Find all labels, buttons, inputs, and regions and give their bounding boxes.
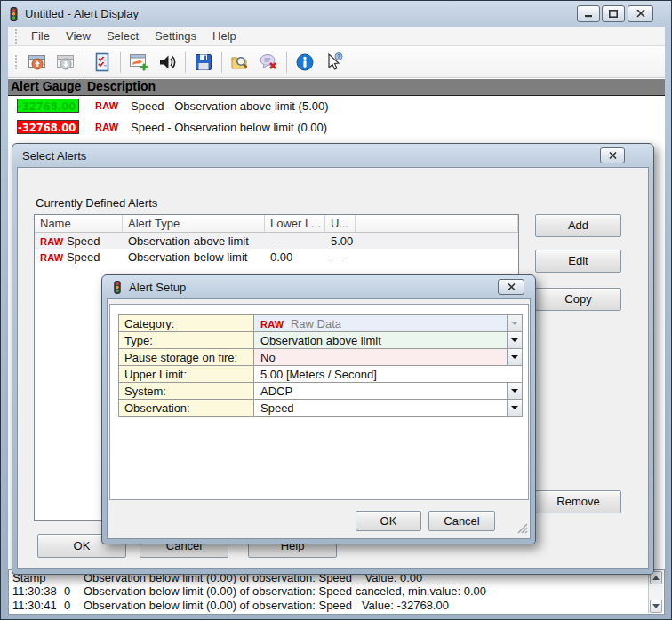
alert-display-window: Untitled - Alert Display File View Selec… (0, 0, 672, 620)
scroll-down-icon[interactable] (650, 600, 662, 613)
dropdown-icon[interactable] (507, 383, 522, 399)
toolbar-separator (84, 52, 84, 73)
find-icon[interactable] (226, 49, 254, 76)
form-row-category: Category: RAW Raw Data (119, 315, 522, 332)
raw-badge: RAW (40, 252, 63, 263)
column-lower-limit[interactable]: Lower L... (265, 215, 325, 232)
window-title: Untitled - Alert Display (25, 7, 139, 20)
field-label: System: (119, 383, 254, 399)
close-icon[interactable] (498, 279, 524, 295)
field-label: Observation: (119, 400, 254, 416)
column-upper-limit[interactable]: U... (325, 215, 356, 232)
new-alert-window-icon[interactable] (124, 49, 153, 76)
context-help-icon[interactable]: ? (319, 49, 348, 76)
alert-checklist-icon[interactable] (88, 49, 116, 76)
alert-gauge-value: -32768.00 (17, 99, 79, 113)
alert-name: Speed (67, 250, 100, 264)
alert-setup-body: Category: RAW Raw Data Type: Observation… (107, 298, 531, 539)
observation-combobox[interactable]: Speed (254, 400, 522, 416)
resize-grip[interactable] (517, 523, 528, 537)
save-icon[interactable] (189, 49, 218, 76)
traffic-light-icon (112, 281, 123, 294)
menu-help[interactable]: Help (204, 28, 244, 45)
field-value: Speed (260, 401, 294, 415)
toolbar-separator (286, 52, 287, 73)
raw-badge: RAW (40, 236, 63, 247)
form-row-pause-storage: Pause storage on fire: No (119, 349, 522, 366)
remove-button[interactable]: Remove (535, 490, 621, 513)
menubar-grip (15, 29, 18, 44)
field-value: Observation above limit (260, 334, 381, 347)
traffic-light-icon (8, 7, 20, 21)
cancel-button[interactable]: Cancel (428, 511, 495, 531)
alert-setup-titlebar: Alert Setup (102, 275, 535, 298)
alert-type: Observation above limit (123, 234, 265, 248)
alert-gauge-value: -32768.00 (17, 120, 79, 134)
lower-alert-window-icon[interactable] (52, 49, 80, 76)
dropdown-icon[interactable] (507, 332, 522, 348)
category-combobox[interactable]: RAW Raw Data (254, 315, 522, 331)
add-button[interactable]: Add (535, 214, 621, 237)
pause-storage-combobox[interactable]: No (254, 349, 522, 365)
alert-row[interactable]: -32768.00 RAW Speed - Observation below … (8, 118, 665, 136)
form-panel: Category: RAW Raw Data Type: Observation… (109, 304, 529, 500)
field-label: Upper Limit: (119, 366, 254, 382)
close-icon[interactable] (600, 147, 625, 163)
field-label: Category: (119, 315, 254, 331)
dropdown-icon[interactable] (507, 400, 522, 416)
alert-description: Speed - Observation above limit (5.00) (131, 99, 329, 113)
copy-button[interactable]: Copy (535, 288, 621, 311)
upper-limit: 5.00 (325, 234, 356, 248)
lower-limit: — (265, 234, 325, 248)
field-value: ADCP (260, 385, 292, 398)
alert-setup-form: Category: RAW Raw Data Type: Observation… (118, 314, 523, 417)
dropdown-disabled-icon (507, 315, 522, 331)
ok-button[interactable]: OK (356, 511, 421, 531)
raw-badge: RAW (260, 319, 284, 330)
upper-limit-input[interactable]: 5.00 [Meters / Second] (254, 366, 522, 382)
type-combobox[interactable]: Observation above limit (254, 332, 522, 348)
field-value: No (260, 351, 276, 364)
maximize-button[interactable] (602, 5, 625, 22)
menu-file[interactable]: File (23, 28, 58, 45)
section-label: Currently Defined Alerts (36, 196, 157, 210)
close-button[interactable] (628, 5, 653, 22)
column-name[interactable]: Name (35, 215, 123, 232)
table-row[interactable]: RAW Speed Observation below limit 0.00 — (35, 249, 518, 265)
menu-bar: File View Select Settings Help (8, 27, 665, 46)
column-alert-type[interactable]: Alert Type (123, 215, 265, 232)
log-scrollbar[interactable] (648, 571, 663, 613)
log-code: 0 (59, 584, 84, 598)
toolbar: ? (8, 46, 665, 78)
log-message: Observation below limit (0.00) of observ… (84, 584, 631, 598)
column-filler (356, 215, 518, 232)
alert-row[interactable]: -32768.00 RAW Speed - Observation above … (8, 97, 665, 115)
alert-setup-dialog: Alert Setup Category: RAW Raw Data (101, 274, 536, 544)
log-code: 0 (59, 599, 84, 612)
log-line: 11:30:38 0 Observation below limit (0.00… (9, 584, 631, 598)
delete-comment-icon[interactable] (254, 49, 283, 76)
log-message: Observation below limit (0.00) of observ… (84, 599, 631, 612)
system-combobox[interactable]: ADCP (254, 383, 522, 399)
table-row[interactable]: RAW Speed Observation above limit — 5.00 (35, 233, 518, 249)
menu-view[interactable]: View (58, 28, 99, 45)
raise-alert-window-icon[interactable] (23, 49, 52, 76)
raw-badge: RAW (95, 122, 127, 132)
column-alert-gauge[interactable]: Alert Gauge (8, 79, 84, 95)
menu-select[interactable]: Select (99, 28, 147, 45)
dialog-title: Select Alerts (22, 149, 86, 163)
minimize-button[interactable] (577, 5, 600, 22)
dropdown-icon[interactable] (507, 349, 522, 365)
field-label: Pause storage on fire: (119, 349, 254, 365)
alert-name: Speed (67, 234, 100, 248)
menu-settings[interactable]: Settings (147, 28, 204, 45)
field-label: Type: (119, 332, 254, 348)
sound-icon[interactable] (153, 49, 181, 76)
edit-button[interactable]: Edit (535, 250, 621, 273)
form-row-upper-limit: Upper Limit: 5.00 [Meters / Second] (119, 366, 522, 383)
upper-limit: — (325, 250, 356, 264)
column-description[interactable]: Description (84, 79, 665, 95)
main-titlebar: Untitled - Alert Display (2, 2, 670, 26)
info-icon[interactable] (291, 49, 319, 76)
select-alerts-titlebar: Select Alerts (12, 144, 653, 167)
